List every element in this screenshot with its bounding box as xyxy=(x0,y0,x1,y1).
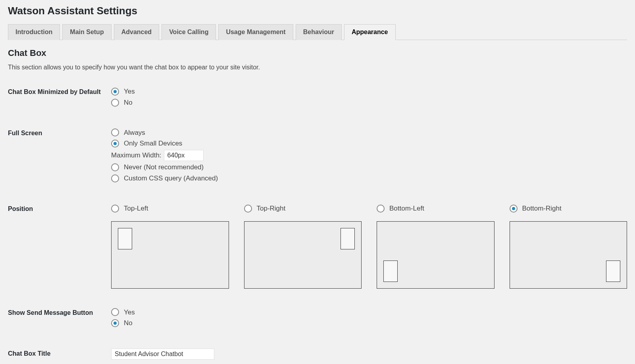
label-position: Position xyxy=(8,204,111,213)
preview-top-left xyxy=(111,221,229,289)
preview-top-right xyxy=(244,221,362,289)
radio-fullscreen-never-text: Never (Not recommended) xyxy=(124,163,204,172)
radio-position-bottom-left[interactable] xyxy=(377,205,385,213)
radio-minimized-no[interactable] xyxy=(111,99,119,107)
radio-position-top-right-label[interactable]: Top-Right xyxy=(244,204,362,213)
radio-fullscreen-custom[interactable] xyxy=(111,174,119,182)
radio-send-yes-text: Yes xyxy=(124,308,135,317)
tab-main-setup[interactable]: Main Setup xyxy=(62,24,111,40)
radio-position-top-right[interactable] xyxy=(244,205,252,213)
tab-introduction[interactable]: Introduction xyxy=(8,24,60,40)
chatbox-title-input[interactable] xyxy=(111,349,214,360)
radio-fullscreen-never[interactable] xyxy=(111,163,119,171)
radio-send-no[interactable] xyxy=(111,319,119,327)
radio-minimized-no-label[interactable]: No xyxy=(111,98,627,107)
radio-fullscreen-custom-text: Custom CSS query (Advanced) xyxy=(124,174,218,183)
page-title: Watson Assistant Settings xyxy=(8,0,627,24)
label-send-button: Show Send Message Button xyxy=(8,308,111,317)
preview-mini-box xyxy=(118,228,132,249)
preview-bottom-right xyxy=(510,221,627,289)
preview-bottom-left xyxy=(377,221,495,289)
radio-position-top-left-label[interactable]: Top-Left xyxy=(111,204,229,213)
radio-fullscreen-only-small-label[interactable]: Only Small Devices xyxy=(111,139,627,148)
radio-position-top-right-text: Top-Right xyxy=(257,204,286,213)
radio-position-top-left-text: Top-Left xyxy=(124,204,148,213)
radio-position-bottom-right-label[interactable]: Bottom-Right xyxy=(510,204,627,213)
label-fullscreen: Full Screen xyxy=(8,128,111,138)
section-description: This section allows you to specify how y… xyxy=(8,64,627,71)
radio-position-bottom-left-label[interactable]: Bottom-Left xyxy=(377,204,495,213)
radio-minimized-no-text: No xyxy=(124,98,133,107)
radio-minimized-yes-label[interactable]: Yes xyxy=(111,87,627,96)
tab-behaviour[interactable]: Behaviour xyxy=(296,24,342,40)
tab-usage-management[interactable]: Usage Management xyxy=(218,24,293,40)
radio-fullscreen-never-label[interactable]: Never (Not recommended) xyxy=(111,163,627,172)
radio-minimized-yes[interactable] xyxy=(111,88,119,96)
radio-position-bottom-right[interactable] xyxy=(510,205,518,213)
preview-mini-box xyxy=(383,261,398,282)
row-minimized: Chat Box Minimized by Default Yes No xyxy=(8,87,627,109)
radio-fullscreen-always[interactable] xyxy=(111,128,119,136)
row-position: Position Top-Left Top-Right xyxy=(8,204,627,289)
radio-minimized-yes-text: Yes xyxy=(124,87,135,96)
preview-mini-box xyxy=(341,228,355,249)
max-width-label: Maximum Width: xyxy=(111,151,162,159)
radio-fullscreen-always-text: Always xyxy=(124,128,145,138)
position-option-top-left: Top-Left xyxy=(111,204,229,289)
position-option-top-right: Top-Right xyxy=(244,204,362,289)
radio-fullscreen-only-small[interactable] xyxy=(111,140,119,148)
radio-send-no-label[interactable]: No xyxy=(111,318,627,328)
tab-appearance[interactable]: Appearance xyxy=(344,24,396,40)
label-chatbox-title: Chat Box Title xyxy=(8,349,111,358)
row-fullscreen: Full Screen Always Only Small Devices Ma… xyxy=(8,128,627,185)
max-width-input[interactable] xyxy=(164,150,204,161)
tab-bar: Introduction Main Setup Advanced Voice C… xyxy=(8,24,627,40)
radio-position-top-left[interactable] xyxy=(111,205,119,213)
position-option-bottom-left: Bottom-Left xyxy=(377,204,495,289)
row-send-button: Show Send Message Button Yes No xyxy=(8,308,627,330)
section-title: Chat Box xyxy=(8,48,627,58)
label-minimized: Chat Box Minimized by Default xyxy=(8,87,111,96)
position-option-bottom-right: Bottom-Right xyxy=(510,204,627,289)
radio-send-no-text: No xyxy=(124,318,133,328)
radio-position-bottom-right-text: Bottom-Right xyxy=(522,204,562,213)
radio-send-yes-label[interactable]: Yes xyxy=(111,308,627,317)
radio-send-yes[interactable] xyxy=(111,308,119,316)
preview-mini-box xyxy=(606,261,620,282)
radio-position-bottom-left-text: Bottom-Left xyxy=(389,204,424,213)
tab-voice-calling[interactable]: Voice Calling xyxy=(162,24,216,40)
row-chatbox-title: Chat Box Title xyxy=(8,349,627,360)
tab-advanced[interactable]: Advanced xyxy=(114,24,159,40)
radio-fullscreen-always-label[interactable]: Always xyxy=(111,128,627,138)
radio-fullscreen-custom-label[interactable]: Custom CSS query (Advanced) xyxy=(111,174,627,183)
radio-fullscreen-only-small-text: Only Small Devices xyxy=(124,139,182,148)
